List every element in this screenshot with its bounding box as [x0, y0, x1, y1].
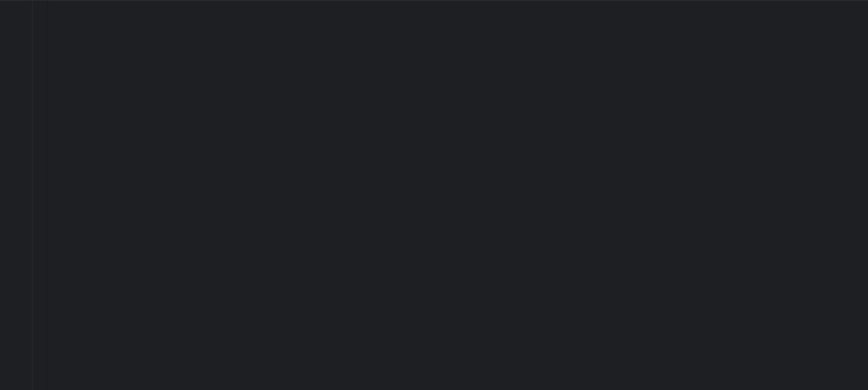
sticky-lines-header[interactable] [0, 0, 868, 0]
indent-guides-layer [0, 0, 868, 390]
gutter-separator [32, 0, 33, 390]
gutter-borders-layer [0, 0, 868, 390]
code-editor[interactable] [0, 0, 868, 390]
gutter-border [47, 0, 47, 390]
